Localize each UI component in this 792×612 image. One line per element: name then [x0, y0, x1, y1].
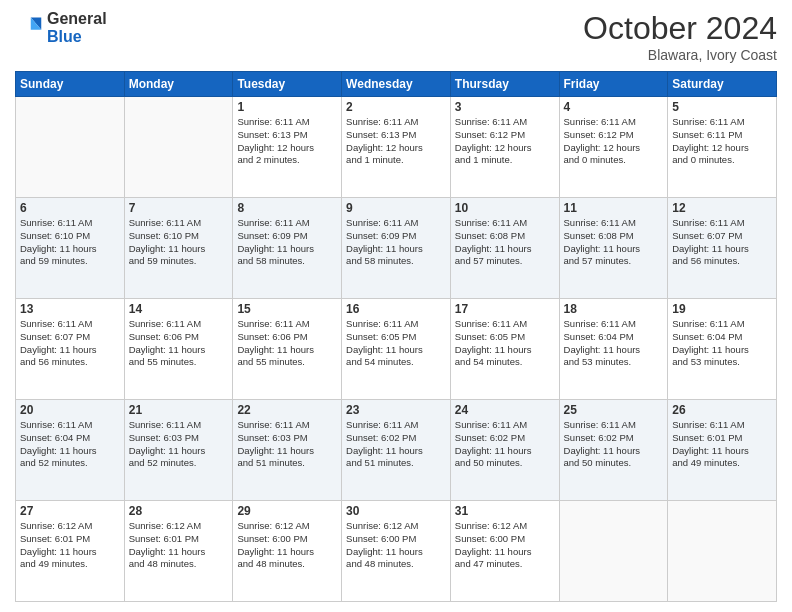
day-number: 26 [672, 403, 772, 417]
day-info: Sunrise: 6:11 AM Sunset: 6:04 PM Dayligh… [672, 318, 772, 369]
table-row: 20Sunrise: 6:11 AM Sunset: 6:04 PM Dayli… [16, 400, 125, 501]
calendar-week-row: 1Sunrise: 6:11 AM Sunset: 6:13 PM Daylig… [16, 97, 777, 198]
col-friday: Friday [559, 72, 668, 97]
col-tuesday: Tuesday [233, 72, 342, 97]
day-number: 10 [455, 201, 555, 215]
table-row: 11Sunrise: 6:11 AM Sunset: 6:08 PM Dayli… [559, 198, 668, 299]
day-info: Sunrise: 6:11 AM Sunset: 6:02 PM Dayligh… [455, 419, 555, 470]
calendar-table: Sunday Monday Tuesday Wednesday Thursday… [15, 71, 777, 602]
table-row: 6Sunrise: 6:11 AM Sunset: 6:10 PM Daylig… [16, 198, 125, 299]
table-row [124, 97, 233, 198]
table-row: 8Sunrise: 6:11 AM Sunset: 6:09 PM Daylig… [233, 198, 342, 299]
table-row: 5Sunrise: 6:11 AM Sunset: 6:11 PM Daylig… [668, 97, 777, 198]
day-info: Sunrise: 6:11 AM Sunset: 6:07 PM Dayligh… [672, 217, 772, 268]
day-number: 13 [20, 302, 120, 316]
day-info: Sunrise: 6:11 AM Sunset: 6:13 PM Dayligh… [346, 116, 446, 167]
table-row: 16Sunrise: 6:11 AM Sunset: 6:05 PM Dayli… [342, 299, 451, 400]
day-info: Sunrise: 6:11 AM Sunset: 6:03 PM Dayligh… [129, 419, 229, 470]
table-row: 23Sunrise: 6:11 AM Sunset: 6:02 PM Dayli… [342, 400, 451, 501]
col-sunday: Sunday [16, 72, 125, 97]
day-info: Sunrise: 6:11 AM Sunset: 6:02 PM Dayligh… [346, 419, 446, 470]
table-row: 26Sunrise: 6:11 AM Sunset: 6:01 PM Dayli… [668, 400, 777, 501]
day-number: 19 [672, 302, 772, 316]
day-info: Sunrise: 6:11 AM Sunset: 6:11 PM Dayligh… [672, 116, 772, 167]
logo: General Blue [15, 10, 107, 45]
col-thursday: Thursday [450, 72, 559, 97]
logo-text: General Blue [47, 10, 107, 45]
day-info: Sunrise: 6:11 AM Sunset: 6:03 PM Dayligh… [237, 419, 337, 470]
day-number: 11 [564, 201, 664, 215]
day-number: 31 [455, 504, 555, 518]
table-row: 10Sunrise: 6:11 AM Sunset: 6:08 PM Dayli… [450, 198, 559, 299]
day-number: 22 [237, 403, 337, 417]
day-number: 24 [455, 403, 555, 417]
calendar-week-row: 20Sunrise: 6:11 AM Sunset: 6:04 PM Dayli… [16, 400, 777, 501]
day-number: 20 [20, 403, 120, 417]
calendar-week-row: 13Sunrise: 6:11 AM Sunset: 6:07 PM Dayli… [16, 299, 777, 400]
day-info: Sunrise: 6:11 AM Sunset: 6:07 PM Dayligh… [20, 318, 120, 369]
table-row: 28Sunrise: 6:12 AM Sunset: 6:01 PM Dayli… [124, 501, 233, 602]
day-info: Sunrise: 6:11 AM Sunset: 6:05 PM Dayligh… [455, 318, 555, 369]
day-number: 28 [129, 504, 229, 518]
col-saturday: Saturday [668, 72, 777, 97]
page: General Blue October 2024 Blawara, Ivory… [0, 0, 792, 612]
day-info: Sunrise: 6:12 AM Sunset: 6:00 PM Dayligh… [346, 520, 446, 571]
day-number: 21 [129, 403, 229, 417]
day-info: Sunrise: 6:11 AM Sunset: 6:02 PM Dayligh… [564, 419, 664, 470]
logo-icon [15, 14, 43, 42]
day-info: Sunrise: 6:11 AM Sunset: 6:08 PM Dayligh… [455, 217, 555, 268]
day-info: Sunrise: 6:12 AM Sunset: 6:00 PM Dayligh… [455, 520, 555, 571]
table-row: 14Sunrise: 6:11 AM Sunset: 6:06 PM Dayli… [124, 299, 233, 400]
day-info: Sunrise: 6:12 AM Sunset: 6:00 PM Dayligh… [237, 520, 337, 571]
day-info: Sunrise: 6:11 AM Sunset: 6:01 PM Dayligh… [672, 419, 772, 470]
table-row: 4Sunrise: 6:11 AM Sunset: 6:12 PM Daylig… [559, 97, 668, 198]
day-info: Sunrise: 6:11 AM Sunset: 6:10 PM Dayligh… [20, 217, 120, 268]
day-number: 15 [237, 302, 337, 316]
day-number: 17 [455, 302, 555, 316]
day-number: 16 [346, 302, 446, 316]
day-info: Sunrise: 6:11 AM Sunset: 6:10 PM Dayligh… [129, 217, 229, 268]
calendar-header-row: Sunday Monday Tuesday Wednesday Thursday… [16, 72, 777, 97]
table-row [559, 501, 668, 602]
table-row: 17Sunrise: 6:11 AM Sunset: 6:05 PM Dayli… [450, 299, 559, 400]
day-number: 7 [129, 201, 229, 215]
col-wednesday: Wednesday [342, 72, 451, 97]
day-number: 23 [346, 403, 446, 417]
day-number: 14 [129, 302, 229, 316]
table-row: 1Sunrise: 6:11 AM Sunset: 6:13 PM Daylig… [233, 97, 342, 198]
day-number: 2 [346, 100, 446, 114]
day-number: 3 [455, 100, 555, 114]
day-info: Sunrise: 6:11 AM Sunset: 6:04 PM Dayligh… [564, 318, 664, 369]
table-row [16, 97, 125, 198]
day-info: Sunrise: 6:11 AM Sunset: 6:04 PM Dayligh… [20, 419, 120, 470]
day-number: 5 [672, 100, 772, 114]
table-row: 24Sunrise: 6:11 AM Sunset: 6:02 PM Dayli… [450, 400, 559, 501]
table-row: 25Sunrise: 6:11 AM Sunset: 6:02 PM Dayli… [559, 400, 668, 501]
day-number: 1 [237, 100, 337, 114]
day-info: Sunrise: 6:12 AM Sunset: 6:01 PM Dayligh… [129, 520, 229, 571]
day-info: Sunrise: 6:11 AM Sunset: 6:12 PM Dayligh… [564, 116, 664, 167]
table-row: 9Sunrise: 6:11 AM Sunset: 6:09 PM Daylig… [342, 198, 451, 299]
day-number: 8 [237, 201, 337, 215]
table-row: 27Sunrise: 6:12 AM Sunset: 6:01 PM Dayli… [16, 501, 125, 602]
table-row: 22Sunrise: 6:11 AM Sunset: 6:03 PM Dayli… [233, 400, 342, 501]
calendar-week-row: 27Sunrise: 6:12 AM Sunset: 6:01 PM Dayli… [16, 501, 777, 602]
day-info: Sunrise: 6:12 AM Sunset: 6:01 PM Dayligh… [20, 520, 120, 571]
day-number: 30 [346, 504, 446, 518]
header: General Blue October 2024 Blawara, Ivory… [15, 10, 777, 63]
day-info: Sunrise: 6:11 AM Sunset: 6:09 PM Dayligh… [237, 217, 337, 268]
day-number: 25 [564, 403, 664, 417]
table-row: 29Sunrise: 6:12 AM Sunset: 6:00 PM Dayli… [233, 501, 342, 602]
table-row: 12Sunrise: 6:11 AM Sunset: 6:07 PM Dayli… [668, 198, 777, 299]
table-row: 2Sunrise: 6:11 AM Sunset: 6:13 PM Daylig… [342, 97, 451, 198]
table-row: 7Sunrise: 6:11 AM Sunset: 6:10 PM Daylig… [124, 198, 233, 299]
day-info: Sunrise: 6:11 AM Sunset: 6:05 PM Dayligh… [346, 318, 446, 369]
table-row: 19Sunrise: 6:11 AM Sunset: 6:04 PM Dayli… [668, 299, 777, 400]
logo-general: General [47, 10, 107, 27]
title-month: October 2024 [583, 10, 777, 47]
day-info: Sunrise: 6:11 AM Sunset: 6:06 PM Dayligh… [129, 318, 229, 369]
title-location: Blawara, Ivory Coast [583, 47, 777, 63]
day-number: 29 [237, 504, 337, 518]
day-info: Sunrise: 6:11 AM Sunset: 6:08 PM Dayligh… [564, 217, 664, 268]
day-number: 6 [20, 201, 120, 215]
